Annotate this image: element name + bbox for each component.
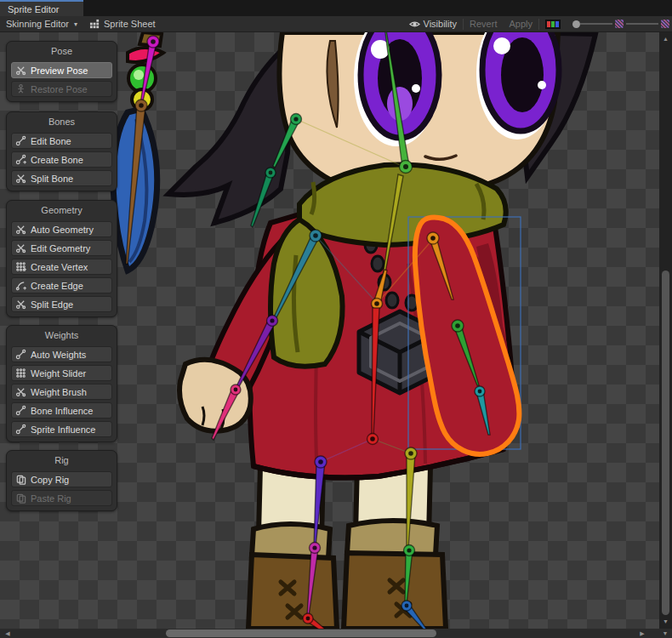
i-bone-icon [15,154,26,165]
slider-track [626,23,658,25]
i-edge-icon [15,280,26,291]
button-label: Edit Bone [31,136,71,146]
sprite-influence-button[interactable]: Sprite Influence [11,421,112,437]
tab-label: Sprite Editor [8,4,60,14]
copy-rig-button[interactable]: Copy Rig [11,471,112,487]
auto-weights-button[interactable]: Auto Weights [11,346,112,362]
panel-weights: Weights Auto Weights Weight Slider Weigh… [6,325,117,442]
bone-opacity-slider[interactable] [567,16,626,32]
i-bone-icon [15,405,26,416]
mode-dropdown-label: Skinning Editor [6,19,69,29]
revert-button[interactable]: Revert [464,16,503,32]
i-bone-icon [15,424,26,435]
mesh-opacity-icon [661,20,669,28]
button-label: Create Vertex [31,262,88,272]
i-cross-icon [15,242,26,253]
mode-dropdown[interactable]: Skinning Editor ▾ [0,16,83,32]
bone-opacity-icon [615,20,624,28]
i-cross-icon [15,224,26,235]
panel-title: Weights [11,328,112,344]
i-copy-icon [15,474,26,485]
weight-brush-button[interactable]: Weight Brush [11,384,112,400]
edit-geometry-button[interactable]: Edit Geometry [11,240,112,256]
visibility-label: Visibility [424,19,458,29]
scroll-left-arrow[interactable]: ◀ [2,629,14,638]
mesh-opacity-slider[interactable] [626,16,672,32]
revert-label: Revert [470,19,497,29]
sprite-sheet-button[interactable]: Sprite Sheet [83,16,162,32]
preview-pose-button[interactable]: Preview Pose [11,62,112,78]
button-label: Restore Pose [31,84,88,94]
color-swatch-icon [545,20,561,29]
i-bone-icon [15,349,26,360]
weight-slider-button[interactable]: Weight Slider [11,365,112,381]
create-bone-button[interactable]: Create Bone [11,151,112,168]
button-label: Create Bone [31,155,83,165]
panel-pose: Pose Preview Pose Restore Pose [6,41,117,102]
button-label: Weight Slider [31,368,86,379]
i-grid-icon [15,367,26,379]
sprite-sheet-icon [89,19,100,30]
button-label: Edit Geometry [31,243,90,253]
button-label: Bone Influence [31,406,93,416]
panel-title: Pose [11,43,112,60]
i-cross-icon [15,65,26,76]
i-person-icon [15,83,26,94]
button-label: Auto Weights [31,350,86,360]
vertical-scroll-thumb[interactable] [662,271,669,615]
bone-influence-button[interactable]: Bone Influence [11,402,112,419]
panel-title: Bones [11,114,112,130]
visibility-toggle[interactable]: Visibility [403,16,464,32]
i-bone-icon [15,135,26,146]
vertical-scrollbar[interactable]: ▲ ▼ [659,32,672,629]
apply-button[interactable]: Apply [503,16,538,32]
button-label: Paste Rig [31,493,71,504]
chevron-down-icon: ▾ [74,20,77,28]
paste-rig-button[interactable]: Paste Rig [11,490,112,506]
create-edge-button[interactable]: Create Edge [11,277,112,293]
button-label: Auto Geometry [31,225,94,235]
auto-geometry-button[interactable]: Auto Geometry [11,221,112,237]
button-label: Copy Rig [31,475,69,485]
button-label: Sprite Influence [31,424,95,435]
button-label: Split Edge [31,299,73,310]
eye-icon [409,19,420,30]
i-cross-icon [15,299,26,310]
i-cross-icon [15,173,26,184]
legs-sprite[interactable] [248,464,446,629]
button-label: Create Edge [31,281,83,291]
tab-bar: Sprite Editor [0,0,672,16]
slider-track [580,23,612,25]
horizontal-scrollbar[interactable]: ◀ ▶ ▼ [0,629,672,638]
create-vertex-button[interactable]: Create Vertex [11,259,112,275]
apply-label: Apply [509,19,532,29]
i-grid-icon [15,261,26,272]
panel-title: Geometry [11,202,112,219]
scroll-down-arrow[interactable]: ▼ [659,629,671,638]
horizontal-scroll-thumb[interactable] [166,629,436,637]
split-edge-button[interactable]: Split Edge [11,296,112,312]
tab-sprite-editor[interactable]: Sprite Editor [0,0,83,16]
panel-rig: Rig Copy Rig Paste Rig [6,450,117,511]
panel-bones: Bones Edit Bone Create Bone Split Bone [6,111,117,191]
sprite-editor-window: Sprite Editor Skinning Editor ▾ Sprite S… [0,0,672,638]
sprite-sheet-label: Sprite Sheet [104,19,156,29]
restore-pose-button[interactable]: Restore Pose [11,81,112,97]
button-label: Weight Brush [31,387,87,397]
slider-knob[interactable] [572,20,580,28]
edit-bone-button[interactable]: Edit Bone [11,133,112,149]
toolbar: Skinning Editor ▾ Sprite Sheet Visibilit… [0,16,672,32]
split-bone-button[interactable]: Split Bone [11,170,112,186]
i-copy-icon [15,493,26,504]
button-label: Preview Pose [31,66,88,76]
scroll-down-arrow[interactable]: ▼ [659,617,672,627]
scroll-right-arrow[interactable]: ▶ [636,629,648,638]
button-label: Split Bone [31,174,73,184]
bone-color-field[interactable] [539,16,567,32]
scroll-up-arrow[interactable]: ▲ [659,34,672,44]
panel-geometry: Geometry Auto Geometry Edit Geometry Cre… [6,200,117,317]
panel-title: Rig [11,453,112,469]
i-cross-icon [15,386,26,397]
